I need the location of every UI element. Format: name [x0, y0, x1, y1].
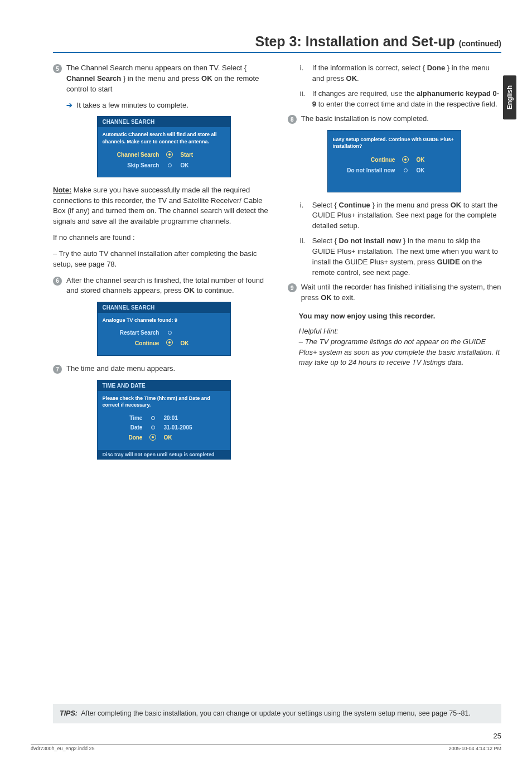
ring-icon: [166, 330, 173, 336]
i1-ok: OK: [346, 74, 357, 83]
i3-c: } in the menu and press: [370, 201, 451, 209]
i4-m: ii.: [300, 236, 308, 278]
i3-b: Continue: [339, 201, 370, 209]
ring-icon: [149, 424, 157, 431]
osd-time-date: TIME AND DATE Please check the Time (hh:…: [97, 380, 231, 459]
note-label: Note:: [53, 186, 71, 194]
osd3-foot: Disc tray will not open until setup is c…: [98, 450, 230, 459]
osd1-r2-action: OK: [180, 162, 214, 168]
i4-g: GUIDE: [437, 258, 460, 266]
step-5: 5 The Channel Search menu appears on the…: [53, 63, 275, 95]
ring-icon: [166, 162, 173, 168]
footer-rule: [31, 744, 501, 745]
step5-text-b: } in the menu and press: [121, 74, 201, 83]
osd1-row-skip-search: Skip Search OK: [103, 161, 225, 170]
nav-ball-icon: [166, 339, 173, 347]
enjoy-block: You may now enjoy using this recorder.: [299, 311, 501, 322]
osd3-r2-label: Date: [103, 424, 142, 431]
osd2-row-continue: Continue OK: [103, 337, 225, 349]
osd3-row-time: Time 20:01: [103, 413, 225, 423]
ring-icon: [149, 415, 157, 421]
step-8: 8 The basic installation is now complete…: [288, 114, 501, 124]
sublist-i: i. If the information is correct, select…: [300, 63, 501, 84]
osd-channel-found: CHANNEL SEARCH Analogue TV channels foun…: [97, 302, 231, 356]
step-number-5: 5: [53, 64, 62, 73]
osd2-msg: Analogue TV channels found: 9: [98, 313, 230, 326]
step9-ok: OK: [321, 293, 332, 302]
osd1-r2-label: Skip Search: [103, 162, 159, 168]
sublist-i4: ii. Select { Do not install now } in the…: [300, 236, 501, 278]
i1-b: Done: [427, 64, 446, 72]
osd3-row-date: Date 31-01-2005: [103, 423, 225, 432]
page-title-cont: (continued): [459, 39, 501, 48]
page-number: 25: [494, 732, 501, 740]
osd3-row-done: Done OK: [103, 432, 225, 443]
step7-text: The time and date menu appears.: [66, 364, 275, 374]
step-7: 7 The time and date menu appears.: [53, 364, 275, 374]
i2-m: ii.: [300, 89, 308, 110]
language-tab: English: [503, 75, 516, 119]
nofound-line: If no channels are found :: [53, 233, 275, 243]
nav-ball-icon: [149, 434, 157, 442]
osd-channel-search: CHANNEL SEARCH Automatic Channel search …: [97, 116, 231, 177]
step5-bold: Channel Search: [66, 74, 121, 83]
i2-a: If changes are required, use the: [312, 89, 417, 98]
tips-text: After completing the basic installation,…: [81, 709, 471, 717]
tips-label: TIPS:: [60, 709, 78, 717]
step5-sub: It takes a few minutes to complete.: [53, 100, 275, 111]
osd3-title: TIME AND DATE: [98, 380, 230, 391]
step8-text: The basic installation is now completed.: [301, 114, 501, 124]
osd3-r1-label: Time: [103, 415, 142, 421]
osd3-r1-val: 20:01: [163, 415, 197, 421]
i3-m: i.: [300, 200, 308, 232]
nav-ball-icon: [402, 156, 409, 164]
step5-ok: OK: [201, 74, 212, 83]
sublist-top: i. If the information is correct, select…: [288, 63, 501, 109]
sublist-i3: i. Select { Continue } in the menu and p…: [300, 200, 501, 232]
osd4-r2-label: Do not Install now: [333, 167, 395, 173]
osd2-r1-label: Restart Search: [103, 330, 159, 336]
osd1-row-channel-search: Channel Search Start: [103, 149, 225, 161]
osd1-title: CHANNEL SEARCH: [98, 117, 230, 127]
step-number-7: 7: [53, 365, 62, 374]
osd3-r3-label: Done: [103, 434, 142, 441]
i2-c: to enter the correct time and date in th…: [316, 100, 497, 108]
osd3-r3-val: OK: [163, 434, 197, 441]
note-block: Note: Make sure you have successfully ma…: [53, 185, 275, 227]
foot-right: 2005-10-04 4:14:12 PM: [448, 746, 501, 751]
footer-line: dvdr7300h_eu_eng2.indd 25 2005-10-04 4:1…: [31, 746, 501, 751]
nav-ball-icon: [166, 151, 173, 159]
osd3-msg: Please check the Time (hh:mm) and Date a…: [98, 391, 230, 410]
i3-a: Select {: [312, 201, 339, 209]
hint-text: – The TV programme listings do not appea…: [299, 337, 501, 369]
i1-m: i.: [300, 63, 308, 84]
step-number-6: 6: [53, 277, 62, 286]
step-6: 6 After the channel search is finished, …: [53, 276, 275, 297]
i3-ok: OK: [451, 201, 462, 209]
sublist-ii: ii. If changes are required, use the alp…: [300, 89, 501, 110]
page-title: Step 3: Installation and Set-up (continu…: [53, 33, 501, 53]
step-number-8: 8: [288, 115, 297, 124]
tips-bar: TIPS: After completing the basic install…: [53, 704, 501, 724]
i1-a: If the information is correct, select {: [312, 64, 427, 72]
osd1-msg: Automatic Channel search will find and s…: [98, 127, 230, 147]
osd4-msg: Easy setup completed. Continue with GUID…: [328, 131, 461, 152]
osd2-row-restart: Restart Search: [103, 328, 225, 337]
step-number-9: 9: [288, 283, 297, 292]
osd4-row-donot: Do not Install now OK: [333, 166, 455, 175]
step5-text-a: The Channel Search menu appears on then …: [66, 64, 246, 72]
osd4-r1-label: Continue: [333, 157, 395, 163]
ring-icon: [402, 167, 409, 173]
i4-a: Select {: [312, 236, 339, 245]
osd1-r1-action: Start: [180, 152, 214, 158]
hint-label: Helpful Hint:: [299, 326, 501, 337]
osd4-r2-action: OK: [416, 167, 449, 173]
note-text: Make sure you have successfully made all…: [53, 186, 268, 226]
osd4-row-continue: Continue OK: [333, 154, 455, 166]
osd2-r2-label: Continue: [103, 340, 159, 346]
step5-sub-text: It takes a few minutes to complete.: [75, 101, 188, 109]
osd4-r1-action: OK: [416, 157, 449, 163]
osd1-r1-label: Channel Search: [103, 152, 159, 158]
page-title-main: Step 3: Installation and Set-up: [255, 33, 458, 49]
step-9: 9 Wait until the recorder has finished i…: [288, 282, 501, 303]
